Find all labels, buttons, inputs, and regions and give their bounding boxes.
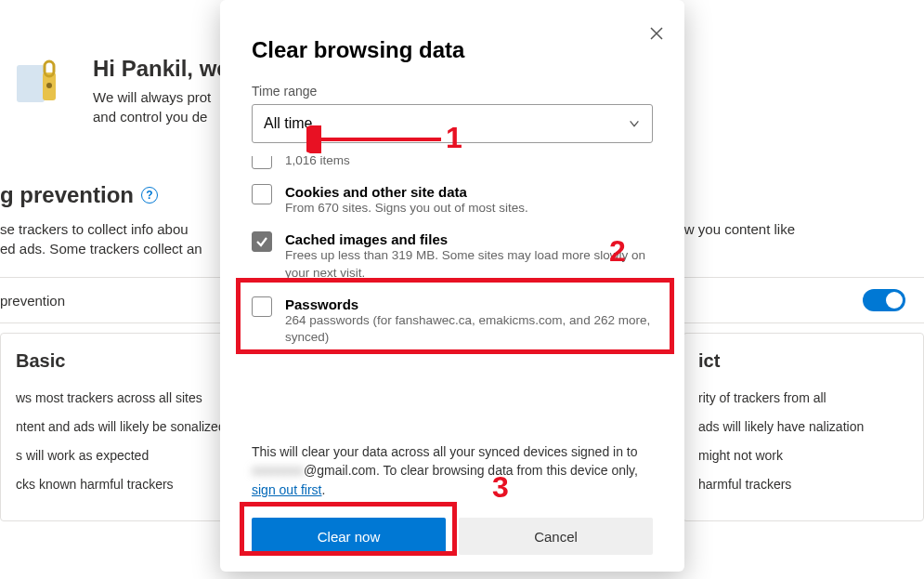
tracking-desc-line1-left: se trackers to collect info abou bbox=[0, 219, 189, 239]
checkbox-passwords[interactable] bbox=[252, 296, 272, 317]
card-strict-title: ict bbox=[698, 350, 908, 372]
tracking-desc-line2: ed ads. Some trackers collect an bbox=[0, 241, 202, 257]
greeting-title: Hi Pankil, we bbox=[93, 56, 229, 82]
list-item-download-history[interactable]: Download history 1,016 items bbox=[252, 156, 653, 178]
sync-note: This will clear your data across all you… bbox=[252, 442, 653, 499]
item-title-passwords: Passwords bbox=[285, 296, 653, 312]
time-range-select[interactable]: All time bbox=[252, 104, 653, 143]
note-email-domain: @gmail.com. To clear browsing data from … bbox=[304, 463, 638, 478]
list-item-cookies[interactable]: Cookies and other site data From 670 sit… bbox=[252, 178, 653, 226]
clear-browsing-data-dialog: Clear browsing data Time range All time … bbox=[220, 0, 684, 572]
card-basic-item: cks known harmful trackers bbox=[16, 475, 226, 494]
card-basic-title: Basic bbox=[16, 350, 226, 372]
svg-point-3 bbox=[46, 83, 52, 88]
greeting-line-2: and control you de bbox=[93, 107, 229, 126]
card-strict-item: might not work bbox=[698, 446, 908, 466]
item-title-cookies: Cookies and other site data bbox=[285, 184, 653, 200]
chevron-down-icon bbox=[628, 117, 641, 130]
card-basic-item: s will work as expected bbox=[16, 446, 226, 466]
close-icon bbox=[649, 26, 664, 41]
dialog-title: Clear browsing data bbox=[252, 37, 653, 63]
note-period: . bbox=[321, 482, 325, 497]
sign-out-first-link[interactable]: sign out first bbox=[252, 482, 321, 497]
checkbox-download-history[interactable] bbox=[252, 156, 272, 169]
data-type-list: Download history 1,016 items Cookies and… bbox=[252, 156, 653, 441]
clear-now-button[interactable]: Clear now bbox=[252, 518, 446, 555]
tracking-prevention-toggle[interactable] bbox=[863, 289, 905, 311]
tracking-prevention-heading: g prevention bbox=[0, 182, 134, 208]
item-sub-passwords: 264 passwords (for fanshawec.ca, emakicm… bbox=[285, 312, 653, 346]
checkbox-cache[interactable] bbox=[252, 231, 272, 252]
card-basic-item: ntent and ads will likely be sonalized bbox=[16, 417, 226, 437]
checkbox-cookies[interactable] bbox=[252, 184, 272, 204]
item-title-cache: Cached images and files bbox=[285, 231, 653, 247]
tracking-prevention-toggle-label: prevention bbox=[0, 293, 65, 309]
card-strict-item: harmful trackers bbox=[698, 475, 908, 494]
card-basic-item: ws most trackers across all sites bbox=[16, 388, 226, 408]
tracking-card-basic[interactable]: Basic ws most trackers across all sites … bbox=[0, 333, 241, 521]
list-item-passwords[interactable]: Passwords 264 passwords (for fanshawec.c… bbox=[252, 291, 653, 355]
note-text: This will clear your data across all you… bbox=[252, 444, 638, 459]
card-strict-item: rity of trackers from all bbox=[698, 388, 908, 408]
item-sub-cache: Frees up less than 319 MB. Some sites ma… bbox=[285, 247, 653, 281]
time-range-label: Time range bbox=[252, 84, 653, 99]
help-icon[interactable]: ? bbox=[141, 187, 158, 204]
tracking-card-strict[interactable]: ict rity of trackers from all ads will l… bbox=[683, 333, 924, 521]
item-sub-download-history: 1,016 items bbox=[285, 156, 653, 169]
checkmark-icon bbox=[255, 235, 268, 248]
cancel-button[interactable]: Cancel bbox=[459, 518, 653, 555]
svg-rect-0 bbox=[17, 65, 45, 102]
close-button[interactable] bbox=[649, 22, 664, 46]
greeting-line-1: We will always prot bbox=[93, 87, 229, 107]
privacy-lock-illustration bbox=[9, 56, 74, 121]
card-strict-item: ads will likely have nalization bbox=[698, 417, 908, 437]
item-sub-cookies: From 670 sites. Signs you out of most si… bbox=[285, 200, 653, 217]
note-email-blurred: xxxxxxxx bbox=[252, 461, 304, 480]
time-range-value: All time bbox=[264, 115, 312, 132]
list-item-cache[interactable]: Cached images and files Frees up less th… bbox=[252, 226, 653, 290]
